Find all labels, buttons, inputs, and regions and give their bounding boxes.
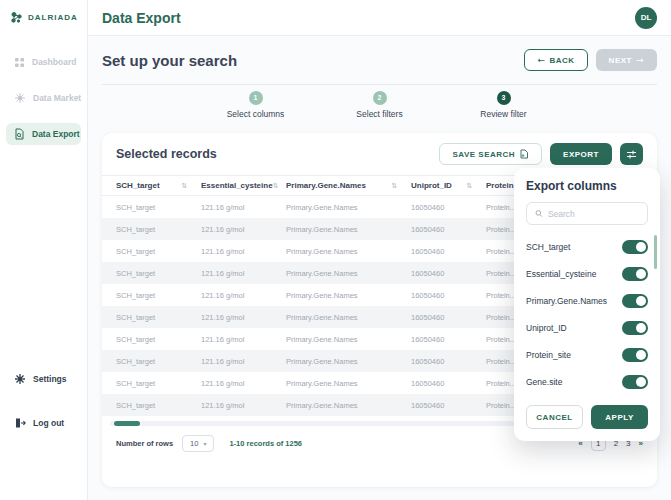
table-cell: SCH_target (116, 247, 201, 256)
table-cell: Primary.Gene.Names (286, 401, 411, 410)
table-cell: SCH_target (116, 379, 201, 388)
cancel-button-label: CANCEL (536, 413, 572, 422)
toggle-switch-uniprot-id[interactable] (622, 321, 648, 335)
table-cell: 16050460 (411, 335, 486, 344)
chevron-down-icon: ▾ (203, 440, 206, 447)
table-cell: SCH_target (116, 313, 201, 322)
step-label: Select filters (337, 109, 423, 119)
column-toggle-row-essential-cysteine: Essential_cysteine (526, 260, 648, 287)
toggle-switch-primary-gene-names[interactable] (622, 294, 648, 308)
back-button[interactable]: ← BACK (524, 49, 587, 71)
table-cell: 16050460 (411, 291, 486, 300)
column-search-box (526, 202, 648, 225)
table-cell: Primary.Gene.Names (286, 269, 411, 278)
panel-scrollbar[interactable] (654, 235, 657, 269)
column-toggle-label: Essential_cysteine (526, 269, 596, 279)
column-toggle-label: Uniprot_ID (526, 323, 567, 333)
sidebar-item-dashboard[interactable]: Dashboard (6, 51, 81, 73)
step-review-filter[interactable]: 3Review filter (461, 91, 547, 127)
next-button-label: NEXT (609, 56, 632, 65)
toggle-switch-essential-cysteine[interactable] (622, 267, 648, 281)
subheader: Set up your search ← BACK NEXT → (88, 36, 671, 84)
column-search-input[interactable] (548, 209, 639, 219)
table-cell: 121.16 g/mol (201, 313, 286, 322)
table-cell: 121.16 g/mol (201, 269, 286, 278)
next-button[interactable]: NEXT → (596, 49, 657, 71)
back-button-label: BACK (550, 56, 575, 65)
column-settings-button[interactable] (620, 143, 643, 165)
toggle-switch-sch-target[interactable] (622, 240, 648, 254)
column-header-label: Primary.Gene.Names (286, 181, 366, 190)
sliders-icon (626, 149, 637, 160)
column-toggle-row-gene-site: Gene.site (526, 368, 648, 395)
sort-icon[interactable]: ⇅ (181, 182, 187, 190)
table-cell: Primary.Gene.Names (286, 225, 411, 234)
toggle-switch-gene-site[interactable] (622, 375, 648, 389)
main-area: Data Export DL Set up your search ← BACK… (88, 0, 671, 500)
column-header-uniprot-id[interactable]: Uniprot_ID⇅ (411, 181, 486, 190)
search-icon (535, 209, 543, 218)
avatar[interactable]: DL (635, 7, 657, 29)
step-select-columns[interactable]: 1Select columns (213, 91, 299, 127)
rows-per-page-label: Number of rows (116, 439, 173, 448)
sidebar-item-data-market[interactable]: Data Market (6, 87, 81, 109)
table-cell: Primary.Gene.Names (286, 379, 411, 388)
back-arrow-icon: ← (537, 55, 545, 65)
save-file-icon (519, 149, 529, 159)
table-cell: Primary.Gene.Names (286, 203, 411, 212)
save-search-button[interactable]: SAVE SEARCH (439, 143, 542, 165)
step-label: Review filter (461, 109, 547, 119)
table-cell: SCH_target (116, 291, 201, 300)
brand-logo: DALRIADA (0, 0, 87, 25)
rows-per-page-value: 10 (190, 439, 198, 448)
sidebar-item-data-export[interactable]: Data Export (6, 123, 81, 145)
step-label: Select columns (213, 109, 299, 119)
column-header-primary-gene-names[interactable]: Primary.Gene.Names⇅ (286, 181, 411, 190)
table-cell: 16050460 (411, 203, 486, 212)
sidebar-item-log-out[interactable]: Log out (6, 412, 81, 434)
sort-icon[interactable]: ⇅ (466, 182, 472, 190)
toggle-knob (636, 242, 646, 252)
table-cell: 121.16 g/mol (201, 203, 286, 212)
rows-per-page-select[interactable]: 10 ▾ (182, 435, 214, 452)
sort-icon[interactable]: ⇅ (391, 182, 397, 190)
column-toggle-label: Gene.site (526, 377, 562, 387)
column-header-essential-cysteine[interactable]: Essential_cysteine⇅ (201, 181, 286, 190)
table-cell: SCH_target (116, 269, 201, 278)
molecule-logo-icon (9, 10, 24, 25)
topbar: Data Export DL (88, 0, 671, 36)
table-cell: 121.16 g/mol (201, 247, 286, 256)
toggle-knob (636, 269, 646, 279)
column-header-sch-target[interactable]: SCH_target⇅ (116, 181, 201, 190)
scrollbar-thumb[interactable] (114, 421, 140, 426)
cancel-button[interactable]: CANCEL (526, 405, 583, 429)
section-heading: Set up your search (102, 52, 524, 69)
export-button-label: EXPORT (563, 150, 599, 159)
brand-name: DALRIADA (28, 13, 78, 22)
sidebar-item-label: Log out (33, 418, 64, 428)
export-columns-panel: Export columns SCH_targetEssential_cyste… (514, 168, 660, 441)
table-cell: 121.16 g/mol (201, 335, 286, 344)
table-cell: 16050460 (411, 357, 486, 366)
column-toggle-list: SCH_targetEssential_cysteinePrimary.Gene… (526, 233, 648, 395)
sort-icon[interactable]: ⇅ (273, 182, 279, 190)
export-panel-title: Export columns (526, 179, 648, 193)
molecule-icon (14, 92, 26, 104)
step-select-filters[interactable]: 2Select filters (337, 91, 423, 127)
column-toggle-row-uniprot-id: Uniprot_ID (526, 314, 648, 341)
table-cell: SCH_target (116, 335, 201, 344)
wizard-stepper: 1Select columns2Select filters3Review fi… (88, 85, 671, 127)
export-button[interactable]: EXPORT (550, 143, 612, 165)
wizard-actions: ← BACK NEXT → (524, 49, 657, 71)
sidebar-item-settings[interactable]: Settings (6, 368, 81, 390)
export-panel-actions: CANCEL APPLY (526, 405, 648, 429)
column-toggle-row-primary-gene-names: Primary.Gene.Names (526, 287, 648, 314)
sidebar-footer: SettingsLog out (0, 368, 87, 456)
sidebar-item-label: Dashboard (32, 57, 76, 67)
logout-icon (14, 417, 26, 429)
step-number-badge: 2 (373, 91, 387, 105)
toggle-switch-protein-site[interactable] (622, 348, 648, 362)
toggle-knob (636, 323, 646, 333)
apply-button[interactable]: APPLY (591, 405, 648, 429)
column-toggle-label: Primary.Gene.Names (526, 296, 607, 306)
